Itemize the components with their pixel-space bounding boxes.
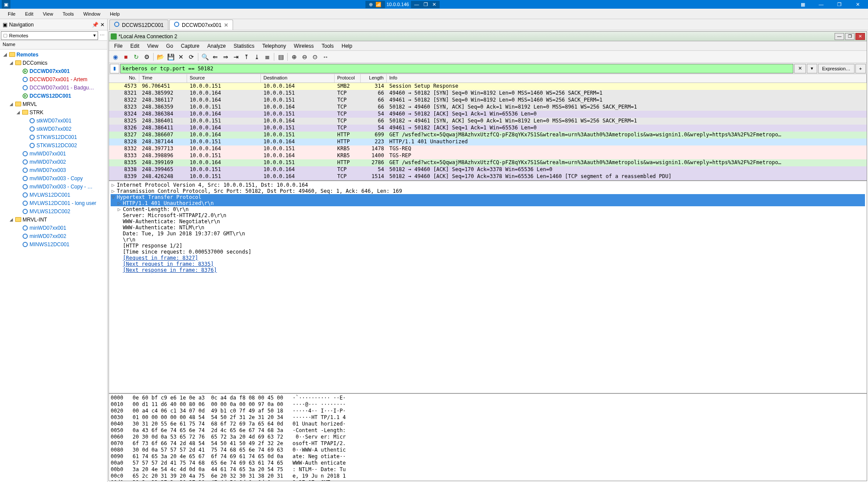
outer-restore[interactable]: ❐: [831, 2, 848, 7]
hex-line[interactable]: 0080 30 0d 0a 57 57 57 2d 41 75 74 68 65…: [111, 447, 865, 453]
tree-mvlwd07xx003[interactable]: mvlWD07xx003: [2, 166, 105, 174]
packet-row[interactable]: 8333248.39889610.0.0.15110.0.0.164KRB514…: [109, 152, 867, 159]
tree-dccwd07xx001[interactable]: DCCWD07xx001: [2, 67, 105, 75]
packet-row[interactable]: 8324248.38638410.0.0.16410.0.0.151TCP544…: [109, 111, 867, 118]
packet-row[interactable]: 8327248.38660710.0.0.16410.0.0.151HTTP69…: [109, 132, 867, 139]
detail-time-since[interactable]: [Time since request: 0.000537000 seconds…: [111, 249, 865, 255]
detail-link-next-request[interactable]: [Next request in frame: 8335]: [111, 261, 865, 267]
detail-tcp[interactable]: ▷Transmission Control Protocol, Src Port…: [111, 188, 865, 194]
capture-options-icon[interactable]: ⚙: [142, 52, 151, 62]
tree-mvlws12dc002[interactable]: MVLWS12DC002: [2, 207, 105, 215]
tree-dccwd07xx001-badgu[interactable]: DCCWD07xx001 - Badgu…: [2, 83, 105, 92]
save-file-icon[interactable]: 💾: [166, 52, 175, 62]
start-capture-icon[interactable]: ◉: [111, 52, 120, 62]
goto-packet-icon[interactable]: ⇥: [231, 52, 241, 62]
ws-close[interactable]: ✕: [855, 33, 865, 40]
restart-capture-icon[interactable]: ↻: [132, 52, 141, 62]
tab-dccwd07xx001[interactable]: DCCWD07xx001 ✕: [169, 20, 233, 30]
hex-line[interactable]: 00a0 57 57 57 2d 41 75 74 68 65 6e 74 69…: [111, 460, 865, 466]
ws-maximize[interactable]: ❐: [845, 33, 855, 40]
tree-minws12dc001[interactable]: MINWS12DC001: [2, 240, 105, 248]
sidebar-close-icon[interactable]: ✕: [100, 22, 105, 28]
hex-line[interactable]: 0000 0e 60 bf c9 e6 1e 0e a3 0c a4 da f8…: [111, 395, 865, 401]
packet-list[interactable]: No. Time Source Destination Protocol Len…: [109, 74, 867, 181]
detail-crlf[interactable]: \r\n: [111, 237, 865, 243]
outer-grid-icon[interactable]: ▦: [794, 2, 812, 7]
detail-link-request[interactable]: [Request in frame: 8327]: [111, 255, 865, 261]
tab-close-icon[interactable]: ✕: [224, 22, 228, 28]
tree-stkwd07xx002[interactable]: stkWD07xx002: [2, 125, 105, 133]
packet-row[interactable]: 8332248.39771310.0.0.16410.0.0.151KRB514…: [109, 145, 867, 152]
hex-line[interactable]: 0010 00 d1 11 d6 40 00 80 06 00 00 0a 00…: [111, 401, 865, 408]
tree-stkws12dc002[interactable]: STKWS12DC002: [2, 141, 105, 149]
tree-stkwd07xx001[interactable]: stkWD07xx001: [2, 116, 105, 125]
hex-pane[interactable]: 0000 0e 60 bf c9 e6 1e 0e a3 0c a4 da f8…: [109, 394, 867, 481]
menu-window[interactable]: Window: [79, 10, 105, 17]
packet-row[interactable]: 8326248.38641110.0.0.16410.0.0.151TCP544…: [109, 125, 867, 132]
outer-minimize[interactable]: —: [812, 2, 830, 7]
hex-line[interactable]: 0020 00 a4 c4 06 c1 34 07 0d 49 b1 c0 7f…: [111, 408, 865, 414]
menu-help[interactable]: Help: [105, 10, 124, 17]
zoom-in-icon[interactable]: ⊕: [289, 52, 299, 62]
hex-line[interactable]: 0040 30 31 20 55 6e 61 75 74 68 6f 72 69…: [111, 421, 865, 427]
detail-content-length[interactable]: ▷Content-Length: 0\r\n: [111, 206, 865, 212]
tree-minwd07xx002[interactable]: minWD07xx002: [2, 232, 105, 240]
packet-row[interactable]: 8322248.38611710.0.0.16410.0.0.151TCP664…: [109, 97, 867, 104]
menu-tools[interactable]: Tools: [58, 10, 78, 17]
tree-mvlwd07xx003-copy2[interactable]: mvlWD07xx003 - Copy - …: [2, 182, 105, 191]
packet-row[interactable]: 457396.70645110.0.0.15110.0.0.164SMB2314…: [109, 83, 867, 90]
sidebar-filter[interactable]: ▢ Remotes ▾: [1, 31, 98, 40]
colorize-icon[interactable]: ▤: [276, 52, 286, 62]
col-no[interactable]: No.: [109, 74, 139, 83]
detail-link-next-response[interactable]: [Next response in frame: 8376]: [111, 267, 865, 273]
close-file-icon[interactable]: ✕: [176, 52, 186, 62]
hex-line[interactable]: 0030 01 00 00 00 00 00 48 54 54 50 2f 31…: [111, 414, 865, 421]
reload-icon[interactable]: ⟳: [187, 52, 196, 62]
col-source[interactable]: Source: [187, 74, 261, 83]
ws-menu-wireless[interactable]: Wireless: [290, 42, 317, 50]
menu-file[interactable]: File: [3, 10, 20, 17]
col-time[interactable]: Time: [139, 74, 187, 83]
detail-auth-ntlm[interactable]: WWW-Authenticate: NTLM\r\n: [111, 224, 865, 231]
apply-filter-icon[interactable]: ▾: [807, 64, 817, 73]
ws-menu-statistics[interactable]: Statistics: [230, 42, 258, 50]
detail-status[interactable]: ▷HTTP/1.1 401 Unauthorized\r\n: [111, 200, 865, 206]
hex-line[interactable]: 0090 61 74 65 3a 20 4e 65 67 6f 74 69 61…: [111, 453, 865, 460]
hex-line[interactable]: 0070 6f 73 6f 66 74 2d 48 54 54 50 41 50…: [111, 440, 865, 447]
ws-menu-view[interactable]: View: [144, 42, 162, 50]
go-back-icon[interactable]: ⇐: [210, 52, 220, 62]
ws-menu-help[interactable]: Help: [338, 42, 356, 50]
detail-http[interactable]: ▽Hypertext Transfer Protocol: [111, 194, 865, 200]
detail-server[interactable]: Server: Microsoft-HTTPAPI/2.0\r\n: [111, 212, 865, 218]
tree-mrvl-int[interactable]: ◢MRVL-INT: [2, 215, 105, 224]
tree-mvlwd07xx002[interactable]: mvlWD07xx002: [2, 158, 105, 166]
add-filter-icon[interactable]: +: [855, 64, 866, 73]
col-destination[interactable]: Destination: [261, 74, 335, 83]
inner-minimize[interactable]: —: [414, 2, 419, 7]
outer-close[interactable]: ✕: [849, 2, 866, 7]
packet-row[interactable]: 8338248.39946510.0.0.15110.0.0.164TCP545…: [109, 166, 867, 173]
dropdown-icon[interactable]: ▾: [93, 33, 96, 38]
tree-stkws12dc001[interactable]: STKWS12DC001: [2, 133, 105, 141]
zoom-reset-icon[interactable]: ⊙: [310, 52, 320, 62]
ws-menu-file[interactable]: File: [111, 42, 126, 50]
ws-minimize[interactable]: —: [835, 33, 844, 40]
packet-row[interactable]: 8335248.39916910.0.0.16410.0.0.151HTTP27…: [109, 159, 867, 166]
ws-menu-edit[interactable]: Edit: [127, 42, 143, 50]
ws-menu-telephony[interactable]: Telephony: [259, 42, 289, 50]
hex-line[interactable]: 0050 0a 43 6f 6e 74 65 6e 74 2d 4c 65 6e…: [111, 427, 865, 434]
open-file-icon[interactable]: 📂: [155, 52, 165, 62]
expression-button[interactable]: Expression…: [818, 64, 854, 73]
pin-icon[interactable]: 📌: [92, 22, 99, 28]
hex-line[interactable]: 0060 20 30 0d 0a 53 65 72 76 65 72 3a 20…: [111, 434, 865, 440]
hex-line[interactable]: 00d0 39 3a 33 37 3a 30 37 20 47 4d 54 0d…: [111, 479, 865, 481]
col-info[interactable]: Info: [387, 74, 867, 83]
find-icon[interactable]: 🔍: [200, 52, 210, 62]
menu-edit[interactable]: Edit: [21, 10, 38, 17]
inner-close[interactable]: ✕: [432, 2, 436, 7]
hex-line[interactable]: 00b0 3a 20 4e 54 4c 4d 0d 0a 44 61 74 65…: [111, 466, 865, 473]
tree-remotes-root[interactable]: ◢Remotes: [2, 50, 105, 59]
zoom-out-icon[interactable]: ⊖: [300, 52, 309, 62]
tree-mvlwd07xx001[interactable]: mvlWD07xx001: [2, 149, 105, 158]
filter-bookmark-icon[interactable]: ▮: [110, 64, 119, 73]
